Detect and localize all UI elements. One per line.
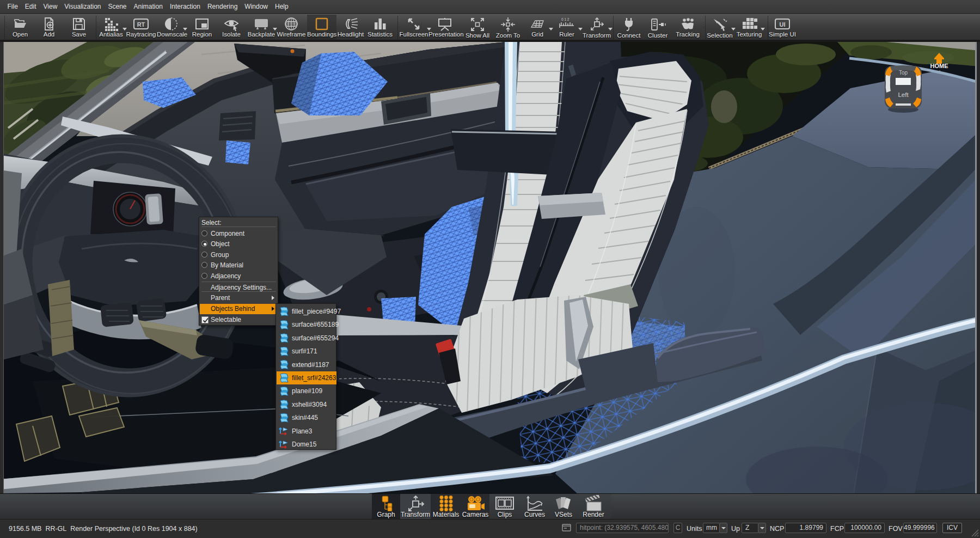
svg-text:UI: UI	[780, 21, 786, 28]
svg-text:RT: RT	[137, 21, 145, 28]
svg-text:Left: Left	[898, 91, 909, 98]
svg-text:0 1 2: 0 1 2	[561, 17, 569, 21]
svg-text:HOME: HOME	[930, 63, 948, 69]
svg-text:Top: Top	[899, 70, 908, 76]
